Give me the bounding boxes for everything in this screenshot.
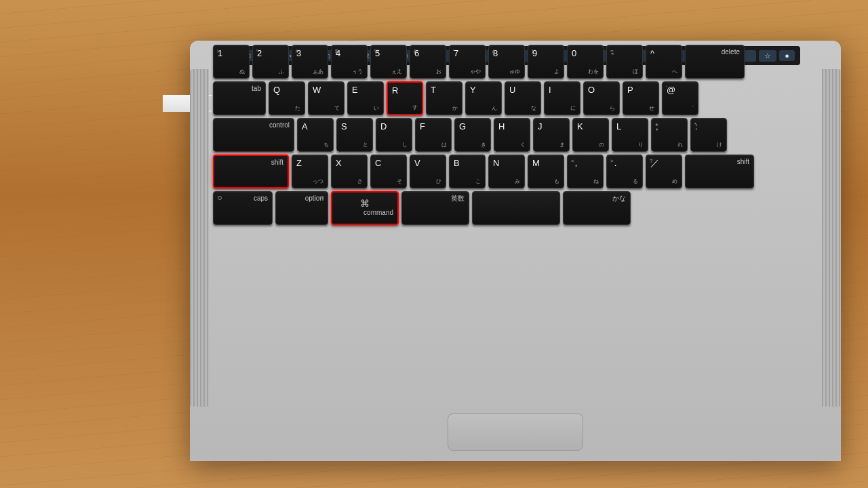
key-eisu[interactable]: 英数 xyxy=(401,191,469,225)
trackpad[interactable] xyxy=(448,413,583,451)
key-w[interactable]: W て xyxy=(308,81,344,115)
zxcv-row: shift Z っつ X さ C そ V ひ xyxy=(213,155,818,188)
keyboard: ! 1 ぬ " 2 ふ # 3 ぁあ $ 4 ぅう xyxy=(210,41,821,407)
scene: esc ← → ↻ ⌂ 検索またはURLを入力 ☆ ● ! 1 ぬ " xyxy=(0,0,868,488)
key-delete[interactable]: delete xyxy=(685,45,745,79)
key-tab[interactable]: tab xyxy=(213,81,266,115)
key-kana[interactable]: かな xyxy=(563,191,631,225)
key-option[interactable]: alt option xyxy=(275,191,328,225)
key-5[interactable]: % 5 ぇえ xyxy=(370,45,407,79)
key-semicolon[interactable]: + ; れ xyxy=(651,118,688,152)
key-shift-right[interactable]: shift xyxy=(685,155,754,188)
key-8[interactable]: ( 8 ゅゆ xyxy=(488,45,525,79)
key-comma[interactable]: < ， ね xyxy=(567,155,604,188)
speaker-grille-left xyxy=(190,69,209,407)
key-v[interactable]: V ひ xyxy=(410,155,446,188)
key-l[interactable]: L り xyxy=(612,118,648,152)
key-d[interactable]: D し xyxy=(376,118,412,152)
key-m[interactable]: M も xyxy=(528,155,564,188)
key-caps[interactable]: caps xyxy=(213,191,273,225)
key-j[interactable]: J ま xyxy=(533,118,570,152)
key-f[interactable]: F は xyxy=(415,118,452,152)
key-colon[interactable]: * : け xyxy=(690,118,727,152)
key-u[interactable]: U な xyxy=(505,81,541,115)
key-7[interactable]: ' 7 ゃや xyxy=(449,45,486,79)
key-c[interactable]: C そ xyxy=(370,155,407,188)
key-a[interactable]: A ち xyxy=(297,118,334,152)
key-r[interactable]: R す xyxy=(387,81,423,115)
key-2[interactable]: " 2 ふ xyxy=(252,45,289,79)
key-k[interactable]: K の xyxy=(572,118,609,152)
key-t[interactable]: T か xyxy=(426,81,462,115)
key-o[interactable]: O ら xyxy=(583,81,620,115)
key-0[interactable]: 0 わを xyxy=(567,45,604,79)
command-symbol: ⌘ xyxy=(360,198,370,209)
key-period[interactable]: > ． る xyxy=(606,155,643,188)
key-1[interactable]: ! 1 ぬ xyxy=(213,45,250,79)
key-4[interactable]: $ 4 ぅう xyxy=(331,45,368,79)
key-b[interactable]: B こ xyxy=(449,155,486,188)
key-e[interactable]: E い xyxy=(347,81,384,115)
key-n[interactable]: N み xyxy=(488,155,525,188)
key-control[interactable]: control xyxy=(213,118,294,152)
key-s[interactable]: S と xyxy=(336,118,373,152)
macbook-body: esc ← → ↻ ⌂ 検索またはURLを入力 ☆ ● ! 1 ぬ " xyxy=(190,41,841,461)
key-command-left[interactable]: ⌘ command xyxy=(331,191,399,225)
key-slash[interactable]: ? ／ め xyxy=(646,155,682,188)
qwerty-row: tab Q た W て E い R す xyxy=(213,81,818,115)
key-3[interactable]: # 3 ぁあ xyxy=(292,45,328,79)
key-q[interactable]: Q た xyxy=(269,81,305,115)
key-9[interactable]: ) 9 よ xyxy=(528,45,564,79)
key-hat[interactable]: ~ ^ へ xyxy=(646,45,682,79)
key-i[interactable]: I に xyxy=(544,81,580,115)
speaker-grille-right xyxy=(822,69,841,407)
key-z[interactable]: Z っつ xyxy=(292,155,328,188)
asdf-row: control A ち S と D し F は xyxy=(213,118,818,152)
number-row: ! 1 ぬ " 2 ふ # 3 ぁあ $ 4 ぅう xyxy=(213,45,818,79)
key-minus[interactable]: = - ほ xyxy=(606,45,643,79)
modifier-row: caps alt option ⌘ command 英数 かな xyxy=(213,191,818,225)
key-y[interactable]: Y ん xyxy=(465,81,502,115)
key-p[interactable]: P せ xyxy=(623,81,659,115)
key-g[interactable]: G き xyxy=(454,118,491,152)
key-h[interactable]: H く xyxy=(494,118,530,152)
key-at[interactable]: ` @ ゛ xyxy=(662,81,698,115)
key-space[interactable] xyxy=(472,191,560,225)
key-6[interactable]: & 6 お xyxy=(410,45,446,79)
key-x[interactable]: X さ xyxy=(331,155,368,188)
caps-indicator xyxy=(218,196,222,200)
key-shift-left[interactable]: shift xyxy=(213,155,289,188)
